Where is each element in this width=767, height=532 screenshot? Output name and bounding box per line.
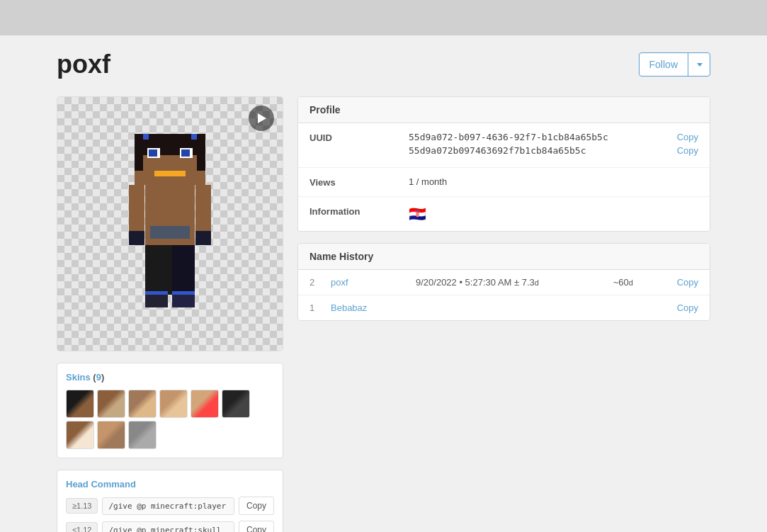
profile-card: Profile UUID 55d9a072-b097-4636-92f7-b1c… — [297, 96, 710, 232]
command-row-1: ≥1.13 /give @p minecraft:player Copy — [66, 497, 274, 515]
svg-rect-23 — [145, 291, 168, 295]
uuid-value-2: 55d9a072b097463692f7b1cb84a65b5c — [409, 145, 670, 156]
skin-thumbnail[interactable] — [97, 390, 125, 418]
skin-thumbnail[interactable] — [159, 390, 188, 418]
skins-section-title: Skins (9) — [66, 372, 274, 383]
views-label: Views — [309, 176, 409, 188]
nh-index-1: 2 — [309, 277, 331, 288]
play-button[interactable] — [249, 106, 274, 131]
information-row: Information 🇭🇷 — [298, 197, 710, 231]
right-column: Profile UUID 55d9a072-b097-4636-92f7-b1c… — [297, 96, 710, 321]
name-history-title: Name History — [298, 244, 710, 270]
uuid-line-2: 55d9a072b097463692f7b1cb84a65b5c Copy — [409, 145, 698, 156]
nh-date-1: 9/20/2022 • 5:27:30 AM ± 7.3d — [416, 277, 613, 288]
uuid-values: 55d9a072-b097-4636-92f7-b1cb84a65b5c Cop… — [409, 132, 698, 159]
top-banner — [0, 0, 767, 35]
uuid-line-1: 55d9a072-b097-4636-92f7-b1cb84a65b5c Cop… — [409, 132, 698, 142]
copy-button-command-1[interactable]: Copy — [239, 497, 274, 515]
svg-rect-5 — [195, 231, 211, 245]
command-row-2: ≤1.12 /give @p minecraft:skull Copy — [66, 521, 274, 532]
version-badge-2: ≤1.12 — [66, 522, 98, 532]
skin-thumbnail[interactable] — [66, 421, 94, 449]
page-title: poxf — [57, 50, 110, 79]
skin-character — [113, 121, 227, 327]
uuid-copy-button-1[interactable]: Copy — [677, 132, 698, 142]
country-flag: 🇭🇷 — [409, 206, 426, 222]
svg-rect-7 — [145, 245, 168, 295]
follow-button-caret[interactable] — [688, 57, 710, 72]
skins-grid — [66, 390, 274, 449]
information-label: Information — [309, 205, 409, 217]
skin-thumbnail[interactable] — [191, 390, 219, 418]
profile-section-title: Profile — [298, 97, 710, 123]
head-command-section: Head Command ≥1.13 /give @p minecraft:pl… — [57, 470, 283, 532]
skin-thumbnail[interactable] — [66, 390, 94, 418]
nh-age-1: ~60d — [613, 277, 670, 288]
svg-rect-21 — [143, 134, 149, 140]
head-command-title: Head Command — [66, 479, 274, 489]
svg-rect-9 — [145, 295, 168, 307]
svg-rect-15 — [197, 134, 205, 171]
views-row: Views 1 / month — [298, 168, 710, 197]
follow-button-label: Follow — [640, 53, 688, 76]
nh-name-2[interactable]: Bebabaz — [331, 302, 416, 313]
follow-button[interactable]: Follow — [639, 52, 710, 77]
svg-rect-22 — [191, 134, 197, 140]
command-text-2: /give @p minecraft:skull — [102, 521, 234, 533]
skins-section: Skins (9) — [57, 363, 283, 458]
name-history-card: Name History 2 poxf 9/20/2022 • 5:27:30 … — [297, 243, 710, 321]
svg-rect-18 — [149, 149, 157, 157]
copy-button-command-2[interactable]: Copy — [239, 521, 274, 532]
play-icon — [258, 113, 266, 123]
svg-rect-19 — [181, 149, 190, 157]
nh-copy-button-2[interactable]: Copy — [677, 302, 698, 313]
uuid-label: UUID — [309, 132, 409, 143]
svg-rect-8 — [172, 245, 195, 295]
svg-rect-24 — [172, 291, 195, 295]
name-history-row-1: 2 poxf 9/20/2022 • 5:27:30 AM ± 7.3d ~60… — [298, 270, 710, 295]
skin-thumbnail[interactable] — [97, 421, 125, 449]
svg-rect-20 — [154, 171, 186, 176]
skin-thumbnail[interactable] — [128, 390, 157, 418]
version-badge-1: ≥1.13 — [66, 498, 98, 514]
uuid-copy-button-2[interactable]: Copy — [677, 145, 698, 156]
skin-thumbnail[interactable] — [128, 421, 157, 449]
left-column: Skins (9) Head Command — [57, 96, 283, 532]
nh-name-1[interactable]: poxf — [331, 277, 416, 288]
nh-index-2: 1 — [309, 302, 331, 313]
svg-rect-3 — [129, 231, 144, 245]
information-flag: 🇭🇷 — [409, 205, 698, 222]
views-value: 1 / month — [409, 176, 698, 187]
profile-body: UUID 55d9a072-b097-4636-92f7-b1cb84a65b5… — [298, 123, 710, 231]
uuid-row: UUID 55d9a072-b097-4636-92f7-b1cb84a65b5… — [298, 123, 710, 168]
svg-rect-10 — [172, 295, 195, 307]
uuid-value-1: 55d9a072-b097-4636-92f7-b1cb84a65b5c — [409, 132, 670, 142]
skin-thumbnail[interactable] — [222, 390, 250, 418]
svg-rect-1 — [150, 226, 190, 239]
skin-viewer — [57, 96, 283, 351]
skins-count: 9 — [96, 372, 101, 383]
svg-rect-14 — [135, 134, 143, 171]
command-text-1: /give @p minecraft:player — [102, 497, 234, 515]
name-history-row-2: 1 Bebabaz Copy — [298, 295, 710, 320]
nh-copy-button-1[interactable]: Copy — [677, 277, 698, 288]
chevron-down-icon — [697, 63, 703, 67]
